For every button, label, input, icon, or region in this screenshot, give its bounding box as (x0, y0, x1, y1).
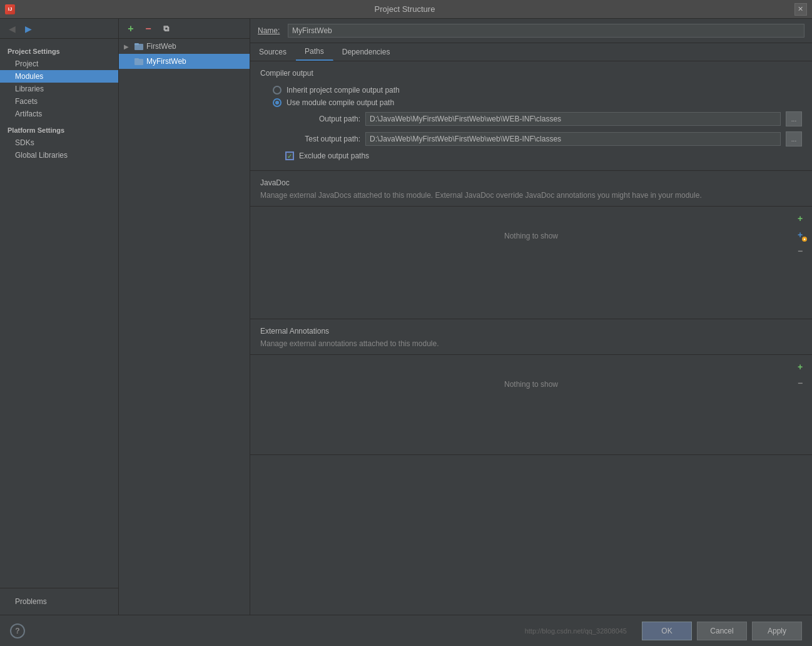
exclude-checkbox[interactable]: ✓ (285, 151, 294, 160)
tab-paths[interactable]: Paths (296, 43, 333, 61)
sidebar-item-problems[interactable]: Problems (8, 593, 111, 610)
tree-item-firstweb[interactable]: ▶ FirstWeb (119, 39, 250, 54)
apply-button[interactable]: Apply (752, 622, 802, 640)
close-button[interactable]: ✕ (794, 3, 807, 16)
module-tree: + − ⧉ ▶ FirstWeb MyFirstWeb (119, 19, 250, 615)
sidebar: ◀ ▶ Project Settings Project Modules Lib… (0, 19, 119, 615)
panel-content: Compiler output Inherit project compile … (250, 61, 812, 615)
folder-icon (134, 41, 144, 51)
exclude-checkbox-row: ✓ Exclude output paths (260, 149, 802, 163)
sidebar-item-modules[interactable]: Modules (0, 70, 118, 83)
use-module-radio-row[interactable]: Use module compile output path (260, 96, 802, 109)
javadoc-actions: + + ● − (793, 212, 807, 258)
compiler-output-section: Compiler output Inherit project compile … (250, 61, 812, 171)
javadoc-description: Manage external JavaDocs attached to thi… (250, 190, 812, 206)
ok-button[interactable]: OK (642, 622, 692, 640)
help-button[interactable]: ? (10, 623, 25, 638)
ext-ann-empty-label: Nothing to show (250, 355, 812, 414)
test-output-path-label: Test output path: (285, 135, 360, 143)
inherit-radio-label: Inherit project compile output path (287, 86, 400, 95)
footer: ? http://blog.csdn.net/qq_32808045 OK Ca… (0, 615, 812, 646)
ext-ann-add-button[interactable]: + (793, 360, 807, 374)
title-bar-left: IJ (5, 4, 15, 14)
javadoc-empty-label: Nothing to show (250, 207, 812, 265)
platform-settings-title: Platform Settings (0, 120, 118, 136)
inherit-radio-row[interactable]: Inherit project compile output path (260, 84, 802, 96)
module-icon (134, 56, 144, 66)
sidebar-item-facets[interactable]: Facets (0, 95, 118, 108)
external-annotations-title: External Annotations (250, 319, 812, 338)
tree-item-label-myfirstweb: MyFirstWeb (146, 57, 186, 66)
external-annotations-section: External Annotations Manage external ann… (250, 319, 812, 455)
test-output-path-browse[interactable]: ... (786, 131, 802, 146)
use-module-radio-label: Use module compile output path (287, 98, 394, 107)
output-path-input[interactable] (365, 112, 781, 126)
footer-right: http://blog.csdn.net/qq_32808045 OK Canc… (525, 622, 802, 640)
project-settings-title: Project Settings (0, 41, 118, 58)
test-output-path-input[interactable] (365, 132, 781, 146)
output-path-browse[interactable]: ... (786, 111, 802, 126)
cancel-button[interactable]: Cancel (697, 622, 747, 640)
name-label: Name: (258, 26, 283, 35)
tree-expand-arrow: ▶ (124, 43, 131, 50)
exclude-label: Exclude output paths (299, 151, 369, 160)
tab-sources[interactable]: Sources (250, 44, 296, 60)
javadoc-section: JavaDoc Manage external JavaDocs attache… (250, 171, 812, 319)
remove-module-button[interactable]: − (141, 22, 155, 36)
app-icon: IJ (5, 4, 15, 14)
content-area: Name: Sources Paths Dependencies Compile… (250, 19, 812, 615)
module-tree-toolbar: + − ⧉ (119, 19, 250, 39)
javadoc-remove-button[interactable]: − (793, 244, 807, 258)
nav-back-fwd: ◀ ▶ (5, 22, 35, 36)
title-bar: IJ Project Structure ✕ (0, 0, 812, 19)
sidebar-item-sdks[interactable]: SDKs (0, 136, 118, 149)
external-annotations-description: Manage external annotations attached to … (250, 338, 812, 354)
footer-left: ? (10, 623, 25, 638)
sidebar-item-project[interactable]: Project (0, 58, 118, 70)
ext-ann-actions: + − (793, 360, 807, 390)
javadoc-list: + + ● − Nothing to show (250, 206, 812, 319)
sidebar-toolbar: ◀ ▶ (0, 19, 118, 39)
svg-rect-1 (134, 43, 139, 45)
svg-rect-3 (134, 58, 139, 60)
javadoc-add-button[interactable]: + (793, 212, 807, 225)
tree-item-myfirstweb[interactable]: MyFirstWeb (119, 54, 250, 69)
javadoc-title: JavaDoc (250, 171, 812, 190)
add-module-button[interactable]: + (124, 22, 138, 36)
main-content: ◀ ▶ Project Settings Project Modules Lib… (0, 19, 812, 615)
sidebar-item-global-libraries[interactable]: Global Libraries (0, 149, 118, 162)
output-path-label: Output path: (285, 115, 360, 123)
name-row: Name: (250, 19, 812, 43)
use-module-radio[interactable] (273, 98, 282, 107)
ext-ann-remove-button[interactable]: − (793, 376, 807, 390)
sidebar-bottom: Problems (0, 588, 118, 615)
sidebar-item-libraries[interactable]: Libraries (0, 83, 118, 95)
output-path-row: Output path: ... (260, 109, 802, 129)
tabs-row: Sources Paths Dependencies (250, 43, 812, 61)
test-output-path-row: Test output path: ... (260, 129, 802, 149)
external-annotations-list: + − Nothing to show (250, 354, 812, 454)
nav-fwd-button[interactable]: ▶ (21, 22, 35, 36)
inherit-radio[interactable] (273, 86, 282, 95)
tree-item-label-firstweb: FirstWeb (146, 42, 176, 51)
tab-dependencies[interactable]: Dependencies (333, 44, 400, 60)
javadoc-add2-button[interactable]: + ● (793, 228, 807, 242)
footer-url: http://blog.csdn.net/qq_32808045 (525, 627, 627, 635)
window-title: Project Structure (375, 4, 435, 14)
nav-back-button[interactable]: ◀ (5, 22, 19, 36)
sidebar-nav: Project Settings Project Modules Librari… (0, 39, 118, 588)
name-input[interactable] (288, 24, 804, 38)
copy-module-button[interactable]: ⧉ (159, 22, 173, 36)
sidebar-item-artifacts[interactable]: Artifacts (0, 108, 118, 120)
compiler-output-title: Compiler output (260, 69, 802, 78)
